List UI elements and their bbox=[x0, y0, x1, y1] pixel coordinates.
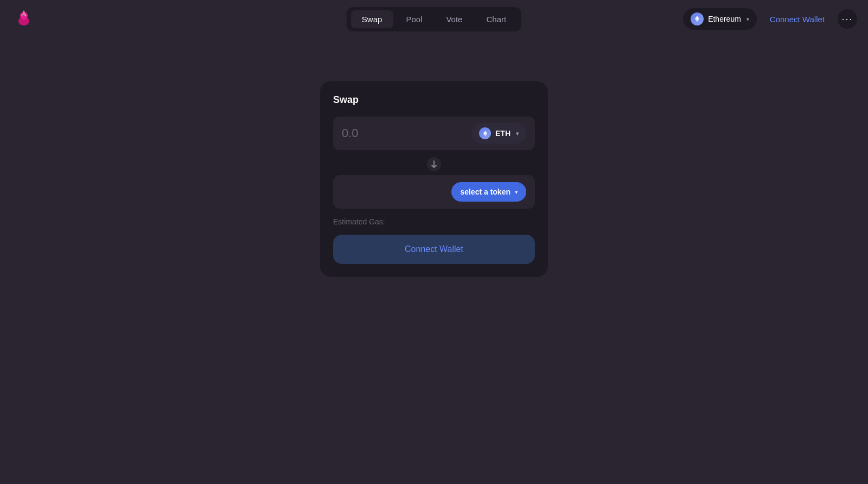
to-token-row: select a token ▾ bbox=[333, 175, 535, 209]
more-options-button[interactable]: ··· bbox=[838, 9, 857, 29]
from-token-dropdown-arrow: ▾ bbox=[516, 131, 519, 137]
svg-point-8 bbox=[22, 15, 23, 15]
from-amount-input[interactable] bbox=[342, 126, 466, 140]
logo-icon bbox=[12, 7, 36, 31]
to-token-select[interactable]: select a token ▾ bbox=[451, 182, 526, 202]
from-token-label: ETH bbox=[495, 129, 510, 138]
network-selector[interactable]: Ethereum ▾ bbox=[683, 8, 757, 30]
header-right: Ethereum ▾ Connect Wallet ··· bbox=[683, 8, 857, 30]
swap-direction-container bbox=[333, 154, 535, 174]
svg-point-9 bbox=[25, 15, 26, 15]
eth-token-icon bbox=[479, 127, 491, 139]
connect-wallet-main-button[interactable]: Connect Wallet bbox=[333, 235, 535, 264]
to-token-label: select a token bbox=[460, 188, 510, 196]
tab-vote[interactable]: Vote bbox=[435, 10, 473, 28]
to-token-dropdown-arrow: ▾ bbox=[515, 189, 518, 195]
gas-estimate-row: Estimated Gas: bbox=[333, 217, 535, 226]
network-label: Ethereum bbox=[708, 15, 741, 23]
tab-chart[interactable]: Chart bbox=[475, 10, 517, 28]
nav-tabs: Swap Pool Vote Chart bbox=[347, 7, 521, 31]
swap-card-title: Swap bbox=[333, 94, 535, 106]
main-content: Swap ETH ▾ bbox=[0, 38, 868, 277]
gas-estimate-label: Estimated Gas: bbox=[333, 217, 385, 226]
ethereum-icon bbox=[691, 12, 704, 25]
swap-direction-button[interactable] bbox=[425, 156, 443, 173]
swap-arrows-icon bbox=[430, 160, 438, 169]
network-dropdown-arrow: ▾ bbox=[746, 16, 749, 22]
tab-swap[interactable]: Swap bbox=[351, 10, 393, 28]
from-token-select[interactable]: ETH ▾ bbox=[471, 123, 526, 144]
logo bbox=[11, 6, 37, 32]
from-token-row: ETH ▾ bbox=[333, 117, 535, 150]
header: Swap Pool Vote Chart Ethereum ▾ Connect … bbox=[0, 0, 868, 38]
tab-pool[interactable]: Pool bbox=[395, 10, 433, 28]
header-connect-wallet-button[interactable]: Connect Wallet bbox=[763, 10, 831, 28]
swap-card: Swap ETH ▾ bbox=[320, 81, 548, 277]
